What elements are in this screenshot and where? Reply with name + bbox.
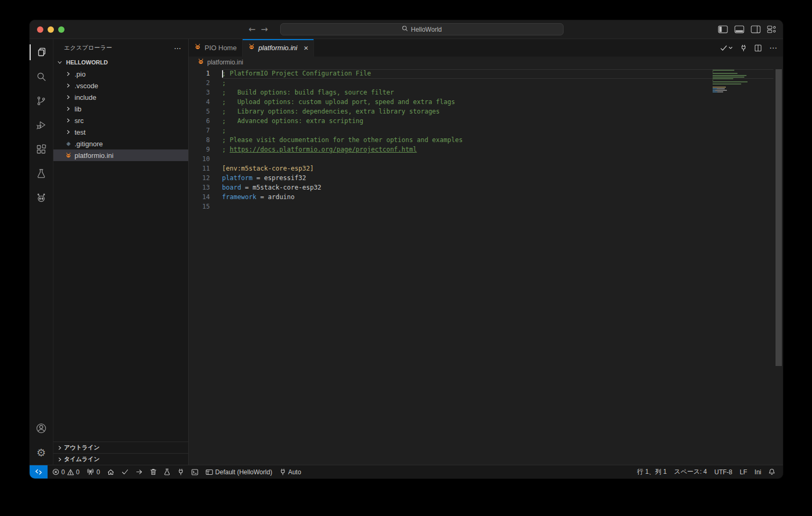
status-serial-port[interactable]: Auto xyxy=(276,465,305,479)
minimap-line xyxy=(713,71,749,72)
tab-pio-home[interactable]: PIO Home xyxy=(189,39,243,57)
tree-item-include[interactable]: include xyxy=(53,91,188,103)
serial-monitor-icon[interactable] xyxy=(740,44,747,52)
status-cursor-position[interactable]: 行 1、列 1 xyxy=(633,465,670,479)
explorer-more-actions-icon[interactable]: ⋯ xyxy=(174,44,182,52)
activity-extensions-icon[interactable] xyxy=(30,137,53,162)
status-text: UTF-8 xyxy=(714,468,732,476)
code-segment: ; PlatformIO Project Configuration File xyxy=(222,70,371,77)
tree-item-label: .gitignore xyxy=(75,140,103,148)
activity-testing-icon[interactable] xyxy=(30,162,53,186)
status-notifications[interactable] xyxy=(765,465,779,479)
sidebar-section-timeline[interactable]: タイムライン xyxy=(53,453,188,465)
tab-label: PIO Home xyxy=(205,44,237,52)
chevron-down-icon xyxy=(56,60,64,64)
bell-icon xyxy=(769,468,775,475)
chevron-right-icon xyxy=(64,95,72,99)
toggle-primary-sidebar-icon[interactable] xyxy=(718,25,728,33)
minimap-line xyxy=(713,77,749,78)
more-actions-icon[interactable]: ⋯ xyxy=(769,43,778,53)
minimap-line xyxy=(713,90,749,91)
status-encoding[interactable]: UTF-8 xyxy=(710,465,736,479)
tree-project-root[interactable]: HELLOWORLD xyxy=(53,57,188,68)
close-window-button[interactable] xyxy=(37,26,43,33)
code-line-2: 2; xyxy=(189,78,783,88)
code-line-12: 12platform = espressif32 xyxy=(189,173,783,183)
code-segment: ; xyxy=(222,146,229,153)
navigate-forward-icon[interactable]: → xyxy=(261,24,267,34)
plug-icon xyxy=(280,468,286,475)
code-segment: ; xyxy=(222,127,226,134)
arrow-right-icon xyxy=(136,469,143,475)
platformio-icon xyxy=(194,43,201,52)
status-pio-upload[interactable] xyxy=(132,465,146,479)
activity-accounts-icon[interactable] xyxy=(30,416,53,440)
code-line-5: 5; Library options: dependencies, extra … xyxy=(189,107,783,116)
tree-item-label: .vscode xyxy=(75,82,98,90)
activity-explorer-icon[interactable] xyxy=(30,40,53,64)
status-pio-serial-monitor[interactable] xyxy=(174,465,188,479)
status-pio-terminal[interactable] xyxy=(188,465,202,479)
chevron-right-icon xyxy=(64,107,72,111)
activity-search-icon[interactable] xyxy=(30,64,53,89)
code-line-11: 11[env:m5stack-core-esp32] xyxy=(189,164,783,173)
tree-item-gitignore[interactable]: .gitignore xyxy=(53,138,188,149)
tab-platformio-ini[interactable]: platformio.ini × xyxy=(243,39,314,57)
minimap[interactable] xyxy=(713,70,749,95)
code-line-3: 3; Build options: build flags, source fi… xyxy=(189,88,783,97)
minimap-line xyxy=(713,83,749,85)
activity-source-control-icon[interactable] xyxy=(30,89,53,113)
minimap-line xyxy=(713,81,749,82)
line-number: 12 xyxy=(189,173,210,183)
status-pio-port-count[interactable]: 0 xyxy=(83,465,104,479)
toggle-panel-icon[interactable] xyxy=(734,25,744,33)
status-pio-project-env[interactable]: Default (HelloWorld) xyxy=(202,465,276,479)
code-line-7: 7; xyxy=(189,126,783,135)
split-editor-icon[interactable] xyxy=(754,44,762,52)
warning-triangle-icon xyxy=(67,469,74,475)
status-pio-build[interactable] xyxy=(118,465,132,479)
tree-item-pio[interactable]: .pio xyxy=(53,68,188,80)
status-indentation[interactable]: スペース: 4 xyxy=(670,465,710,479)
activity-run-debug-icon[interactable] xyxy=(30,113,53,137)
minimize-window-button[interactable] xyxy=(48,26,54,33)
tree-item-label: lib xyxy=(75,105,81,113)
customize-layout-icon[interactable] xyxy=(767,25,777,33)
status-eol[interactable]: LF xyxy=(736,465,751,479)
status-pio-clean[interactable] xyxy=(146,465,160,479)
breadcrumb-item[interactable]: platformio.ini xyxy=(207,59,243,66)
activity-settings-icon[interactable]: ⚙ xyxy=(30,440,53,465)
status-language-mode[interactable]: Ini xyxy=(751,465,765,479)
toggle-secondary-sidebar-icon[interactable] xyxy=(751,25,761,33)
flask-icon xyxy=(164,468,170,475)
status-remote-indicator[interactable] xyxy=(30,465,48,479)
status-text: スペース: 4 xyxy=(674,467,707,476)
code-line-15: 15 xyxy=(189,202,783,211)
tree-item-test[interactable]: test xyxy=(53,126,188,138)
navigate-back-icon[interactable]: ← xyxy=(248,24,255,34)
code-editor[interactable]: 1; PlatformIO Project Configuration File… xyxy=(189,68,783,465)
status-text: Default (HelloWorld) xyxy=(215,468,272,476)
vscode-window: ← → HelloWorld xyxy=(30,20,783,479)
line-number: 5 xyxy=(189,107,210,116)
activity-platformio-icon[interactable] xyxy=(30,186,53,210)
status-pio-test[interactable] xyxy=(160,465,174,479)
check-icon xyxy=(122,469,128,475)
tree-item-lib[interactable]: lib xyxy=(53,103,188,115)
editor-scrollbar[interactable] xyxy=(776,69,782,366)
tree-item-platformio-ini[interactable]: platformio.ini xyxy=(53,149,188,161)
status-pio-home[interactable] xyxy=(104,465,118,479)
line-number: 11 xyxy=(189,164,210,173)
run-task-icon[interactable] xyxy=(720,45,733,51)
tree-item-src[interactable]: src xyxy=(53,115,188,126)
zoom-window-button[interactable] xyxy=(58,26,64,33)
section-label: タイムライン xyxy=(64,455,100,463)
command-center-search[interactable]: HelloWorld xyxy=(280,23,564,35)
sidebar-section-outline[interactable]: アウトライン xyxy=(53,442,188,453)
trash-icon xyxy=(150,468,156,475)
status-problems[interactable]: 00 xyxy=(49,465,83,479)
terminal-icon xyxy=(191,469,198,475)
gitignore-file-icon xyxy=(64,140,72,147)
close-tab-icon[interactable]: × xyxy=(303,44,308,52)
tree-item-vscode[interactable]: .vscode xyxy=(53,80,188,91)
